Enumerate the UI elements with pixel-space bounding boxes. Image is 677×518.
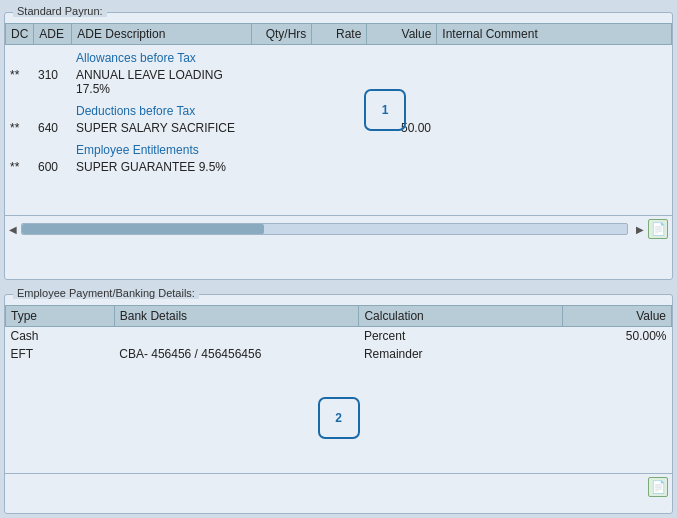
row-dc-0-0: ** [5, 66, 33, 98]
payrun-row-0-0: ** 310 ANNUAL LEAVE LOADING 17.5% [5, 66, 672, 98]
banking-inner: Type Bank Details Calculation Value Cash… [5, 295, 672, 500]
payrun-table: DC ADE ADE Description Qty/Hrs Rate Valu… [5, 23, 672, 45]
row-desc-2-0: SUPER GUARANTEE 9.5% [71, 158, 251, 176]
banking-row-0: Cash Percent 50.00% [6, 327, 672, 346]
standard-payrun-section: Standard Payrun: DC ADE ADE Description … [4, 12, 673, 280]
category-row-deductions: Deductions before Tax [5, 98, 672, 119]
col-header-bank: Bank Details [114, 306, 359, 327]
bank-type-1: EFT [6, 345, 115, 363]
bank-calc-0: Percent [359, 327, 563, 346]
row-ade-1-0: 640 [33, 119, 71, 137]
banking-export-icon: 📄 [651, 480, 666, 494]
payrun-scrollbar-track[interactable] [21, 223, 628, 235]
main-container: Standard Payrun: DC ADE ADE Description … [0, 0, 677, 518]
bank-type-0: Cash [6, 327, 115, 346]
category-label-entitlements: Employee Entitlements [71, 137, 251, 158]
col-header-ade: ADE [34, 24, 72, 45]
banking-section: Employee Payment/Banking Details: Type B… [4, 294, 673, 514]
banking-bottom-bar: 📄 [5, 473, 672, 500]
payrun-inner: DC ADE ADE Description Qty/Hrs Rate Valu… [5, 13, 672, 242]
category-row-entitlements: Employee Entitlements [5, 137, 672, 158]
left-arrow-icon: ◀ [9, 224, 17, 235]
bank-details-1: CBA- 456456 / 456456456 [114, 345, 359, 363]
row-rate-0-0 [311, 66, 366, 98]
export-icon: 📄 [651, 222, 666, 236]
col-header-dc: DC [6, 24, 34, 45]
col-header-rate: Rate [312, 24, 367, 45]
payrun-badge: 1 [364, 89, 406, 131]
row-ade-2-0: 600 [33, 158, 71, 176]
banking-rows-area: 2 [5, 363, 672, 473]
payrun-export-button[interactable]: 📄 [648, 219, 668, 239]
payrun-bottom-bar: ◀ ▶ 📄 [5, 215, 672, 242]
col-header-comment: Internal Comment [437, 24, 672, 45]
category-row-allowances: Allowances before Tax [5, 45, 672, 66]
bank-details-0 [114, 327, 359, 346]
payrun-scrollbar-thumb [22, 224, 264, 234]
col-header-calc: Calculation [359, 306, 563, 327]
row-dc-1-0: ** [5, 119, 33, 137]
banking-badge: 2 [318, 397, 360, 439]
banking-table: Type Bank Details Calculation Value Cash… [5, 305, 672, 363]
badge-1: 1 [364, 89, 406, 131]
bank-value-1 [563, 345, 672, 363]
col-header-type: Type [6, 306, 115, 327]
bank-calc-1: Remainder [359, 345, 563, 363]
category-label-deductions: Deductions before Tax [71, 98, 251, 119]
payrun-data-table: Allowances before Tax ** 310 ANNUAL LEAV… [5, 45, 672, 176]
payrun-row-2-0: ** 600 SUPER GUARANTEE 9.5% [5, 158, 672, 176]
row-dc-2-0: ** [5, 158, 33, 176]
row-ade-0-0: 310 [33, 66, 71, 98]
banking-row-1: EFT CBA- 456456 / 456456456 Remainder [6, 345, 672, 363]
row-desc-1-0: SUPER SALARY SACRIFICE [71, 119, 251, 137]
banking-export-button[interactable]: 📄 [648, 477, 668, 497]
row-qty-0-0 [251, 66, 311, 98]
payrun-rows-area: Allowances before Tax ** 310 ANNUAL LEAV… [5, 45, 672, 215]
col-header-bvalue: Value [563, 306, 672, 327]
badge-2: 2 [318, 397, 360, 439]
payrun-row-1-0: ** 640 SUPER SALARY SACRIFICE 50.00 [5, 119, 672, 137]
right-arrow-icon: ▶ [636, 224, 644, 235]
row-desc-0-0: ANNUAL LEAVE LOADING 17.5% [71, 66, 251, 98]
col-header-value: Value [367, 24, 437, 45]
col-header-desc: ADE Description [72, 24, 252, 45]
col-header-qty: Qty/Hrs [252, 24, 312, 45]
bank-value-0: 50.00% [563, 327, 672, 346]
row-comment-0-0 [436, 66, 672, 98]
category-label-allowances: Allowances before Tax [71, 45, 251, 66]
